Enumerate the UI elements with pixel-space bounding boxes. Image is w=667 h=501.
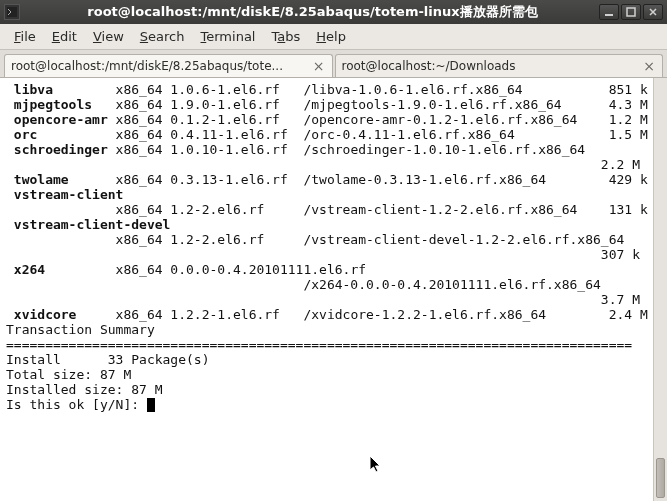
svg-rect-2 — [627, 8, 635, 16]
terminal-line: mjpegtools x86_64 1.9.0-1.el6.rf /mjpegt… — [6, 97, 647, 112]
close-icon[interactable]: × — [312, 59, 326, 73]
terminal-line: x86_64 1.2-2.el6.rf /vstream-client-1.2-… — [6, 202, 647, 217]
terminal-line: 2.2 M — [6, 157, 647, 172]
terminal-line: Transaction Summary — [6, 322, 647, 337]
terminal-line: orc x86_64 0.4.11-1.el6.rf /orc-0.4.11-1… — [6, 127, 647, 142]
terminal-area: libva x86_64 1.0.6-1.el6.rf /libva-1.0.6… — [0, 78, 667, 501]
menu-file[interactable]: File — [6, 26, 44, 47]
terminal-line: ========================================… — [6, 337, 647, 352]
terminal-line: /x264-0.0.0-0.4.20101111.el6.rf.x86_64 — [6, 277, 647, 292]
terminal-line: vstream-client — [6, 187, 647, 202]
tab-label: root@localhost:/mnt/diskE/8.25abaqus/tot… — [11, 59, 306, 73]
menu-terminal[interactable]: Terminal — [193, 26, 264, 47]
menu-edit[interactable]: Edit — [44, 26, 85, 47]
terminal-line: schroedinger x86_64 1.0.10-1.el6.rf /sch… — [6, 142, 647, 157]
tab-label: root@localhost:~/Downloads — [342, 59, 637, 73]
terminal-line: x86_64 1.2-2.el6.rf /vstream-client-deve… — [6, 232, 647, 247]
menu-help[interactable]: Help — [308, 26, 354, 47]
terminal-line: opencore-amr x86_64 0.1.2-1.el6.rf /open… — [6, 112, 647, 127]
terminal-line: Installed size: 87 M — [6, 382, 647, 397]
menubar: File Edit View Search Terminal Tabs Help — [0, 24, 667, 50]
terminal-line: 307 k — [6, 247, 647, 262]
terminal-line: x264 x86_64 0.0.0-0.4.20101111.el6.rf — [6, 262, 647, 277]
close-icon[interactable]: × — [642, 59, 656, 73]
titlebar: root@localhost:/mnt/diskE/8.25abaqus/tot… — [0, 0, 667, 24]
tab-inactive[interactable]: root@localhost:~/Downloads × — [335, 54, 664, 77]
svg-rect-0 — [7, 7, 17, 17]
scrollbar-thumb[interactable] — [656, 458, 665, 498]
terminal-line: 3.7 M — [6, 292, 647, 307]
vertical-scrollbar[interactable] — [653, 78, 667, 501]
menu-tabs[interactable]: Tabs — [263, 26, 308, 47]
menu-view[interactable]: View — [85, 26, 132, 47]
menu-search[interactable]: Search — [132, 26, 193, 47]
close-button[interactable] — [643, 4, 663, 20]
maximize-button[interactable] — [621, 4, 641, 20]
terminal-line: Install 33 Package(s) — [6, 352, 647, 367]
minimize-button[interactable] — [599, 4, 619, 20]
tab-bar: root@localhost:/mnt/diskE/8.25abaqus/tot… — [0, 50, 667, 78]
window-title: root@localhost:/mnt/diskE/8.25abaqus/tot… — [26, 3, 599, 21]
terminal-line: Is this ok [y/N]: — [6, 397, 647, 412]
terminal-line: twolame x86_64 0.3.13-1.el6.rf /twolame-… — [6, 172, 647, 187]
terminal-output[interactable]: libva x86_64 1.0.6-1.el6.rf /libva-1.0.6… — [0, 78, 653, 501]
terminal-line: vstream-client-devel — [6, 217, 647, 232]
terminal-window: root@localhost:/mnt/diskE/8.25abaqus/tot… — [0, 0, 667, 501]
terminal-line: xvidcore x86_64 1.2.2-1.el6.rf /xvidcore… — [6, 307, 647, 322]
terminal-line: Total size: 87 M — [6, 367, 647, 382]
terminal-line: libva x86_64 1.0.6-1.el6.rf /libva-1.0.6… — [6, 82, 647, 97]
tab-active[interactable]: root@localhost:/mnt/diskE/8.25abaqus/tot… — [4, 54, 333, 77]
svg-rect-1 — [605, 14, 613, 16]
terminal-app-icon — [4, 4, 20, 20]
